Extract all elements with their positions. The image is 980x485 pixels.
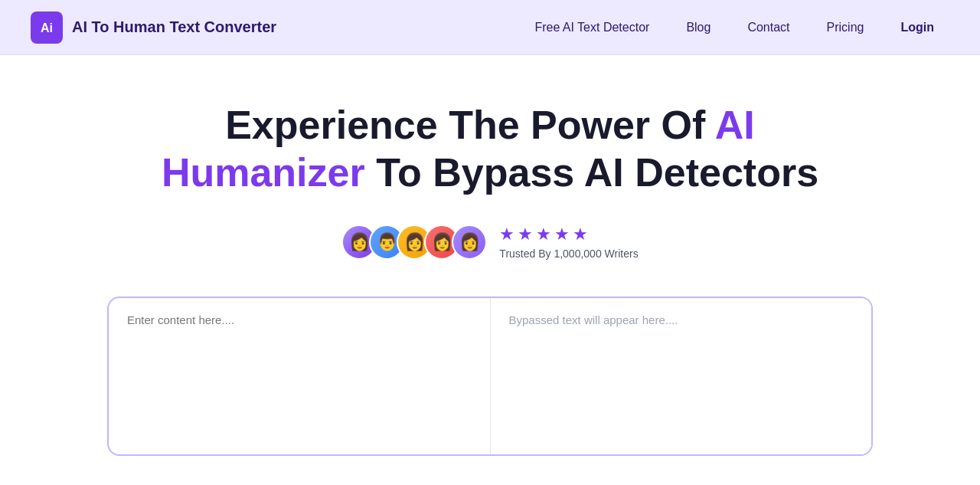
star-1: ★ (499, 224, 514, 244)
stars: ★ ★ ★ ★ ★ (499, 224, 638, 244)
site-header: Ai AI To Human Text Converter Free AI Te… (0, 0, 980, 55)
trusted-text: Trusted By 1,000,000 Writers (499, 247, 638, 260)
logo-icon: Ai (31, 11, 63, 44)
main-nav: Free AI Text Detector Blog Contact Prici… (519, 15, 949, 41)
content-input[interactable] (127, 313, 472, 439)
nav-login[interactable]: Login (885, 15, 949, 41)
logo-text: AI To Human Text Converter (72, 18, 276, 36)
star-5: ★ (573, 224, 588, 244)
avatar-group: 👩 👨 👩 👩 👩 (341, 224, 487, 260)
editor-input-panel (109, 298, 491, 454)
svg-text:Ai: Ai (41, 21, 53, 34)
main-content: Experience The Power Of AI Humanizer To … (0, 55, 980, 485)
nav-pricing[interactable]: Pricing (812, 15, 880, 41)
nav-contact[interactable]: Contact (732, 15, 805, 41)
hero-title-part2: To Bypass AI Detectors (365, 150, 818, 195)
star-3: ★ (536, 224, 551, 244)
star-4: ★ (554, 224, 570, 244)
avatar-5: 👩 (452, 224, 487, 260)
hero-title: Experience The Power Of AI Humanizer To … (145, 101, 835, 197)
nav-free-detector[interactable]: Free AI Text Detector (519, 15, 665, 41)
editor-output-panel: Bypassed text will appear here.... (491, 298, 872, 454)
editor-container: Bypassed text will appear here.... (107, 297, 873, 456)
logo-link[interactable]: Ai AI To Human Text Converter (31, 11, 276, 44)
output-text: Bypassed text will appear here.... (509, 313, 854, 439)
nav-blog[interactable]: Blog (671, 15, 726, 41)
star-2: ★ (518, 224, 533, 244)
rating-area: ★ ★ ★ ★ ★ Trusted By 1,000,000 Writers (499, 224, 638, 260)
hero-title-part1: Experience The Power Of (225, 103, 715, 147)
social-proof: 👩 👨 👩 👩 👩 ★ ★ ★ ★ ★ Trusted B (341, 224, 638, 260)
